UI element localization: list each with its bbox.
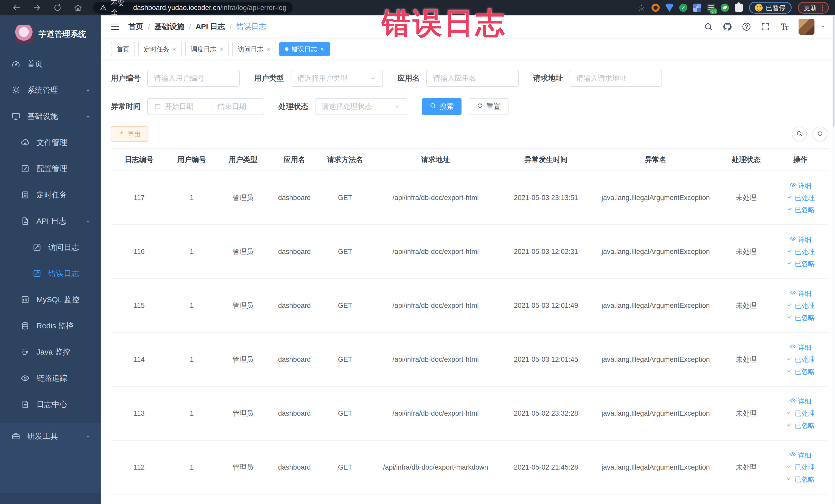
sidebar-item-定时任务[interactable]: 定时任务 [0, 182, 101, 208]
bookmark-star-icon[interactable]: ☆ [638, 3, 645, 12]
browser-menu-icon[interactable] [822, 5, 823, 11]
sidebar-item-错误日志[interactable]: 错误日志 [0, 260, 101, 286]
cell-method: GET [319, 386, 371, 440]
sidebar-item-label: API 日志 [37, 216, 66, 226]
profile-paused-pill[interactable]: 已暂停 [749, 2, 792, 14]
cell-user_type: 管理员 [216, 386, 270, 440]
tab-首页[interactable]: 首页 [111, 42, 135, 56]
action-已忽略[interactable]: 已忽略 [773, 205, 828, 215]
browser-forward-icon[interactable] [32, 3, 42, 12]
close-icon[interactable]: × [266, 46, 270, 53]
action-详细[interactable]: 详细 [773, 343, 828, 352]
action-详细[interactable]: 详细 [773, 181, 828, 190]
action-已忽略[interactable]: 已忽略 [773, 475, 828, 484]
github-icon[interactable] [722, 22, 732, 32]
export-button[interactable]: 导出 [111, 126, 148, 142]
refresh-table-button[interactable] [812, 126, 827, 141]
action-已处理[interactable]: 已处理 [773, 247, 828, 256]
fullscreen-icon[interactable] [760, 22, 770, 32]
user-type-select[interactable]: 请选择用户类型 [290, 70, 383, 87]
page-scrollbar[interactable] [832, 15, 835, 504]
tab-访问日志[interactable]: 访问日志× [232, 42, 276, 56]
breadcrumb-item[interactable]: 首页 [128, 22, 143, 32]
extension-orange-icon[interactable] [651, 4, 660, 12]
request-url-input[interactable]: 请输入请求地址 [570, 70, 662, 87]
check-icon [786, 421, 793, 429]
extension-green-check-icon[interactable] [679, 4, 687, 12]
reset-button[interactable]: 重置 [469, 98, 509, 115]
action-详细[interactable]: 详细 [773, 289, 828, 298]
close-icon[interactable]: × [172, 46, 176, 53]
tab-错误日志[interactable]: 错误日志× [279, 42, 330, 56]
search-button[interactable]: 搜索 [422, 98, 462, 115]
sidebar-item-日志中心[interactable]: 日志中心 [0, 391, 101, 418]
app-logo-row[interactable]: 芋道管理系统 [0, 15, 101, 51]
browser-back-icon[interactable] [12, 3, 21, 12]
filter-row-2: 异常时间 开始日期 - 结束日期 处理状态 请选择处理状态 [111, 98, 831, 115]
avatar-caret-icon[interactable] [820, 24, 826, 29]
action-已忽略[interactable]: 已忽略 [773, 259, 828, 268]
tab-调度日志[interactable]: 调度日志× [185, 42, 229, 56]
breadcrumb-item[interactable]: 基础设施 [155, 22, 184, 32]
eye-icon [790, 236, 796, 244]
sidebar-item-系统管理[interactable]: 系统管理 [0, 77, 101, 103]
column-header-异常发生时间: 异常发生时间 [500, 149, 592, 171]
scrollbar-thumb[interactable] [833, 16, 834, 126]
action-详细[interactable]: 详细 [773, 397, 828, 406]
close-icon[interactable]: × [320, 46, 324, 53]
action-已处理[interactable]: 已处理 [773, 463, 828, 472]
address-bar[interactable]: 不安全 dashboard.yudao.iocoder.cn/infra/log… [93, 2, 293, 14]
sidebar-item-访问日志[interactable]: 访问日志 [0, 234, 101, 260]
filter-user-type: 用户类型 请选择用户类型 [254, 70, 383, 87]
sidebar-item-研发工具[interactable]: 研发工具 [0, 423, 101, 449]
sidebar-item-配置管理[interactable]: 配置管理 [0, 156, 101, 182]
eye-icon [21, 374, 30, 383]
extension-location-icon[interactable] [665, 4, 674, 12]
sidebar-item-Java 监控[interactable]: Java 监控 [0, 339, 101, 365]
action-已处理[interactable]: 已处理 [773, 193, 828, 202]
action-已忽略[interactable]: 已忽略 [773, 367, 828, 376]
close-icon[interactable]: × [220, 46, 223, 53]
process-status-select[interactable]: 请选择处理状态 [315, 98, 407, 115]
cell-status: 未处理 [719, 386, 773, 440]
action-详细[interactable]: 详细 [773, 235, 828, 244]
sidebar-item-API 日志[interactable]: API 日志 [0, 208, 101, 234]
user-id-input[interactable]: 请输入用户编号 [147, 70, 240, 87]
toggle-search-button[interactable] [792, 126, 807, 141]
action-已忽略[interactable]: 已忽略 [773, 313, 828, 322]
action-详细[interactable]: 详细 [773, 451, 828, 460]
date-range-input[interactable]: 开始日期 - 结束日期 [147, 98, 264, 115]
browser-home-icon[interactable] [74, 3, 83, 12]
app-name-input[interactable]: 请输入应用名 [426, 70, 519, 87]
help-icon[interactable] [741, 22, 751, 32]
extension-grid-icon[interactable] [693, 4, 701, 12]
sidebar-collapse-icon[interactable] [110, 21, 121, 32]
breadcrumb-item[interactable]: API 日志 [196, 22, 225, 32]
extension-leaf-icon[interactable] [721, 4, 729, 12]
eye-icon [790, 397, 796, 405]
tab-label: 调度日志 [191, 45, 217, 54]
sidebar-item-首页[interactable]: 首页 [0, 51, 101, 77]
font-size-icon[interactable] [779, 22, 789, 32]
action-已忽略[interactable]: 已忽略 [773, 421, 828, 430]
gauge-icon [11, 59, 21, 68]
chrome-update-button[interactable]: 更新 [798, 2, 829, 14]
eye-icon [790, 289, 796, 298]
avatar[interactable] [798, 19, 814, 35]
extension-on-badge-icon[interactable] [707, 4, 715, 12]
action-已处理[interactable]: 已处理 [773, 355, 828, 364]
header-search-icon[interactable] [704, 22, 713, 32]
action-已处理[interactable]: 已处理 [773, 301, 828, 310]
sidebar-item-MySQL 监控[interactable]: MySQL 监控 [0, 286, 101, 313]
breadcrumb-item: 错误日志 [237, 22, 266, 32]
cell-exception: java.lang.IllegalArgumentException [592, 332, 719, 386]
tab-定时任务[interactable]: 定时任务× [138, 42, 182, 56]
browser-reload-icon[interactable] [53, 3, 62, 12]
sidebar-item-Redis 监控[interactable]: Redis 监控 [0, 313, 101, 339]
cell-user_id: 1 [167, 279, 216, 332]
sidebar-item-文件管理[interactable]: 文件管理 [0, 129, 101, 156]
extension-puzzle-icon[interactable] [735, 4, 743, 12]
sidebar-item-链路追踪[interactable]: 链路追踪 [0, 365, 101, 391]
action-已处理[interactable]: 已处理 [773, 409, 828, 418]
sidebar-item-基础设施[interactable]: 基础设施 [0, 103, 101, 129]
